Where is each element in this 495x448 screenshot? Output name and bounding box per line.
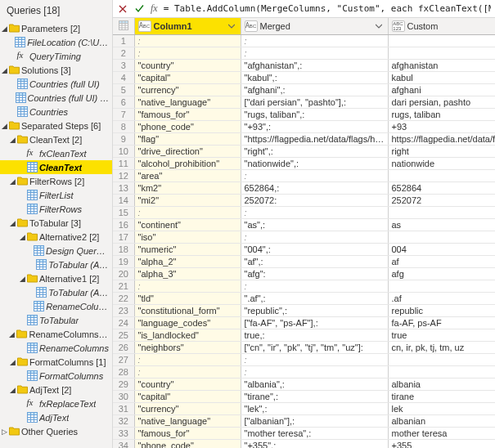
row-number[interactable]: 18	[113, 243, 134, 255]
cell[interactable]: 652864,:	[241, 181, 388, 194]
cell[interactable]: kabul	[388, 71, 495, 83]
cell[interactable]: "continent"	[134, 218, 241, 231]
cell[interactable]: "language_codes"	[134, 316, 241, 329]
row-number[interactable]: 17	[113, 231, 134, 243]
query-folder[interactable]: ◢Separated Steps [6]	[0, 119, 112, 132]
row-number[interactable]: 1	[113, 34, 134, 47]
row-number[interactable]: 27	[113, 353, 134, 365]
table-row[interactable]: 25"is_landlocked"true,:true	[113, 329, 495, 341]
query-item[interactable]: FilterRows	[0, 202, 112, 216]
table-row[interactable]: 6"native_language"["dari persian", "pash…	[113, 96, 495, 108]
cell[interactable]: afghani	[388, 83, 495, 96]
expand-arrow-icon[interactable]: ◢	[18, 275, 26, 283]
column-filter-dropdown[interactable]	[226, 20, 237, 32]
cell[interactable]: afg	[388, 267, 495, 280]
cell[interactable]: tirane	[388, 390, 495, 402]
cell[interactable]: "alpha_3"	[134, 267, 241, 280]
cell[interactable]: mother teresa	[388, 427, 495, 439]
cell[interactable]: "currency"	[134, 83, 241, 96]
table-row[interactable]: 22"tld"".af",:.af	[113, 292, 495, 304]
accept-formula-button[interactable]	[131, 1, 147, 17]
row-number[interactable]: 3	[113, 59, 134, 71]
cell[interactable]: "as",:	[241, 218, 388, 231]
formula-input[interactable]	[161, 2, 493, 16]
row-number[interactable]: 10	[113, 145, 134, 157]
expand-arrow-icon[interactable]: ◢	[8, 177, 16, 186]
cell[interactable]: "alcohol_prohibition"	[134, 157, 241, 169]
cell[interactable]: "nationwide",:	[241, 157, 388, 169]
cell[interactable]: "famous_for"	[134, 427, 241, 439]
row-number[interactable]: 22	[113, 292, 134, 304]
table-row[interactable]: 12"area":	[113, 169, 495, 181]
row-number[interactable]: 31	[113, 402, 134, 414]
cell[interactable]: afghanistan	[388, 59, 495, 71]
cell[interactable]: :	[134, 206, 241, 218]
column-header[interactable]: ABCMerged	[241, 18, 388, 34]
table-row[interactable]: 16"continent""as",:as	[113, 218, 495, 231]
cell[interactable]: :	[134, 34, 241, 47]
cell[interactable]: "km2"	[134, 181, 241, 194]
cell[interactable]: ["dari persian", "pashto"],:	[241, 96, 388, 108]
cancel-formula-button[interactable]	[115, 1, 131, 17]
cell[interactable]	[388, 365, 495, 378]
cell[interactable]: ".af",:	[241, 292, 388, 304]
cell[interactable]: true	[388, 329, 495, 341]
table-row[interactable]: 3"country""afghanistan",:afghanistan	[113, 59, 495, 71]
cell[interactable]: "flag"	[134, 132, 241, 145]
row-number[interactable]: 15	[113, 206, 134, 218]
cell[interactable]: "republic",:	[241, 304, 388, 316]
cell[interactable]: "currency"	[134, 402, 241, 414]
cell[interactable]: :	[241, 169, 388, 181]
table-row[interactable]: 23"constitutional_form""republic",:repub…	[113, 304, 495, 316]
expand-arrow-icon[interactable]: ◢	[8, 330, 16, 338]
cell[interactable]: 004	[388, 243, 495, 255]
expand-arrow-icon[interactable]: ◢	[0, 66, 8, 74]
query-item[interactable]: CleanText	[0, 160, 112, 174]
cell[interactable]: "lek",:	[241, 402, 388, 414]
cell[interactable]	[388, 231, 495, 243]
table-row[interactable]: 7"famous_for""rugs, taliban",:rugs, tali…	[113, 108, 495, 120]
cell[interactable]: "004",:	[241, 243, 388, 255]
expand-arrow-icon[interactable]: ◢	[18, 233, 26, 241]
row-number[interactable]: 2	[113, 47, 134, 59]
row-number[interactable]: 6	[113, 96, 134, 108]
cell[interactable]: "capital"	[134, 390, 241, 402]
column-header[interactable]: ABC123Custom	[388, 18, 495, 34]
cell[interactable]: cn, ir, pk, tj, tm, uz	[388, 341, 495, 353]
cell[interactable]: "mi2"	[134, 194, 241, 206]
cell[interactable]: as	[388, 218, 495, 231]
cell[interactable]: "iso"	[134, 231, 241, 243]
cell[interactable]	[388, 169, 495, 181]
type-icon[interactable]: ABC	[245, 20, 258, 32]
cell[interactable]: "alpha_2"	[134, 255, 241, 267]
query-folder[interactable]: ◢FilterRows [2]	[0, 174, 112, 188]
cell[interactable]: "af",:	[241, 255, 388, 267]
query-item[interactable]: Design Query_Trans...	[0, 244, 112, 258]
column-filter-dropdown[interactable]	[373, 20, 385, 32]
row-number[interactable]: 12	[113, 169, 134, 181]
query-folder[interactable]: ◢Parameters [2]	[0, 21, 112, 35]
cell[interactable]: "kabul",:	[241, 71, 388, 83]
row-number[interactable]: 16	[113, 218, 134, 231]
cell[interactable]: "https://flagpedia.net/data/flags/h80/af…	[241, 132, 388, 145]
cell[interactable]: :	[134, 365, 241, 378]
cell[interactable]: "constitutional_form"	[134, 304, 241, 316]
cell[interactable]: :	[241, 206, 388, 218]
table-row[interactable]: 29"country""albania",:albania	[113, 378, 495, 390]
query-item[interactable]: fxfxCleanText	[0, 146, 112, 160]
table-row[interactable]: 30"capital""tirane",:tirane	[113, 390, 495, 402]
expand-arrow-icon[interactable]: ◢	[0, 122, 8, 130]
query-item[interactable]: Countries (full UI) with...	[0, 91, 112, 105]
cell[interactable]: "rugs, taliban",:	[241, 108, 388, 120]
cell[interactable]: "phone_code"	[134, 439, 241, 448]
row-number[interactable]: 14	[113, 194, 134, 206]
row-number[interactable]: 30	[113, 390, 134, 402]
cell[interactable]: "area"	[134, 169, 241, 181]
query-folder[interactable]: ◢Alternative1 [2]	[0, 271, 112, 285]
cell[interactable]: dari persian, pashto	[388, 96, 495, 108]
cell[interactable]: "tirane",:	[241, 390, 388, 402]
cell[interactable]: "afghanistan",:	[241, 59, 388, 71]
cell[interactable]: "drive_direction"	[134, 145, 241, 157]
cell[interactable]: "is_landlocked"	[134, 329, 241, 341]
row-number[interactable]: 23	[113, 304, 134, 316]
